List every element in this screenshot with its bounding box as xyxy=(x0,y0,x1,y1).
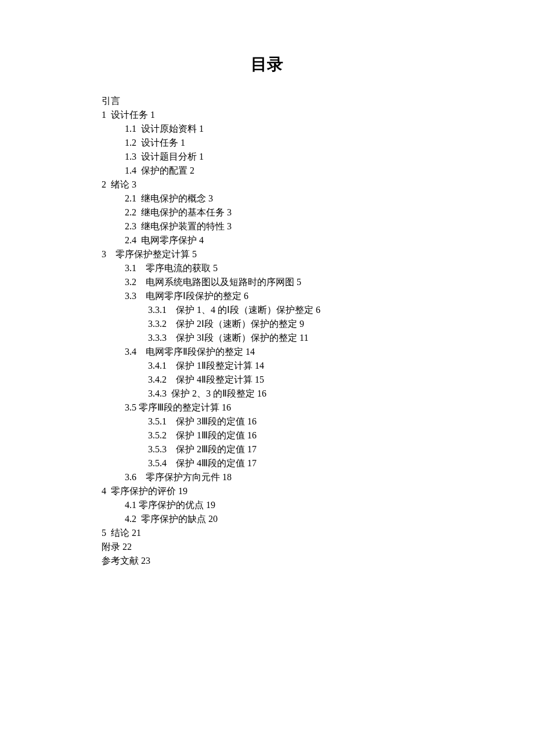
toc-entry: 3.4.3 保护 2、3 的Ⅱ段整定 16 xyxy=(102,387,421,401)
toc-entry: 3.4.2 保护 4Ⅱ段整定计算 15 xyxy=(102,373,421,387)
page-title: 目录 xyxy=(0,52,534,77)
toc-entry: 4.2 零序保护的缺点 20 xyxy=(102,512,421,526)
toc-entry: 4 零序保护的评价 19 xyxy=(102,484,421,498)
toc-entry: 2.1 继电保护的概念 3 xyxy=(102,192,421,206)
toc-entry: 2 绪论 3 xyxy=(102,178,421,192)
toc-entry: 3 零序保护整定计算 5 xyxy=(102,247,421,261)
toc-entry: 5 结论 21 xyxy=(102,526,421,540)
toc-entry: 3.4 电网零序Ⅱ段保护的整定 14 xyxy=(102,345,421,359)
toc-entry: 1.1 设计原始资料 1 xyxy=(102,122,421,136)
toc-entry: 3.2 电网系统电路图以及短路时的序网图 5 xyxy=(102,275,421,289)
toc-entry: 3.5.3 保护 2Ⅲ段的定值 17 xyxy=(102,442,421,456)
toc-entry: 1.4 保护的配置 2 xyxy=(102,164,421,178)
toc-entry: 3.5.4 保护 4Ⅲ段的定值 17 xyxy=(102,456,421,470)
toc-entry: 3.3.1 保护 1、4 的Ⅰ段（速断）保护整定 6 xyxy=(102,303,421,317)
toc-entry: 1 设计任务 1 xyxy=(102,108,421,122)
toc-entry: 3.5 零序Ⅲ段的整定计算 16 xyxy=(102,401,421,415)
toc-entry: 3.3.3 保护 3Ⅰ段（速断）保护的整定 11 xyxy=(102,331,421,345)
toc-entry: 3.5.1 保护 3Ⅲ段的定值 16 xyxy=(102,415,421,429)
toc-entry: 3.3 电网零序Ⅰ段保护的整定 6 xyxy=(102,289,421,303)
toc-entry: 2.2 继电保护的基本任务 3 xyxy=(102,206,421,219)
toc-entry: 3.3.2 保护 2Ⅰ段（速断）保护的整定 9 xyxy=(102,317,421,331)
toc-entry: 3.4.1 保护 1Ⅱ段整定计算 14 xyxy=(102,359,421,373)
toc-entry: 引言 xyxy=(102,94,421,108)
toc-entry: 1.3 设计题目分析 1 xyxy=(102,150,421,164)
toc-entry: 1.2 设计任务 1 xyxy=(102,136,421,150)
toc-entry: 4.1 零序保护的优点 19 xyxy=(102,498,421,512)
toc-entry: 2.3 继电保护装置的特性 3 xyxy=(102,219,421,233)
toc-entry: 附录 22 xyxy=(102,540,421,554)
toc-entry: 2.4 电网零序保护 4 xyxy=(102,233,421,247)
toc-entry: 3.5.2 保护 1Ⅲ段的定值 16 xyxy=(102,429,421,442)
table-of-contents: 引言1 设计任务 11.1 设计原始资料 11.2 设计任务 11.3 设计题目… xyxy=(102,94,421,568)
toc-entry: 参考文献 23 xyxy=(102,554,421,568)
toc-entry: 3.1 零序电流的获取 5 xyxy=(102,261,421,275)
toc-entry: 3.6 零序保护方向元件 18 xyxy=(102,470,421,484)
